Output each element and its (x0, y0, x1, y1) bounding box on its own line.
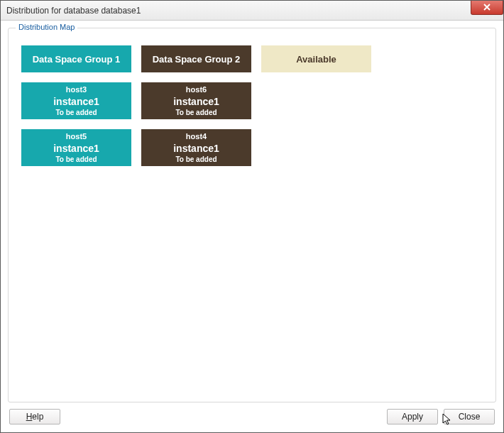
distribution-grid: Data Space Group 1 Data Space Group 2 Av… (17, 41, 487, 170)
instance-name: instance1 (53, 95, 99, 108)
dialog-window: Distribution for database database1 Dist… (0, 0, 504, 433)
instance-tile[interactable]: host3 instance1 To be added (21, 82, 131, 119)
column-label: Data Space Group 2 (153, 54, 241, 65)
instance-host: host3 (66, 84, 87, 94)
close-button[interactable]: Close (444, 409, 495, 424)
groupbox-label: Distribution Map (16, 23, 77, 31)
button-label: Apply (402, 412, 423, 422)
instance-host: host4 (186, 131, 207, 141)
column-header-group2[interactable]: Data Space Group 2 (141, 45, 251, 72)
instance-status: To be added (175, 108, 217, 117)
instance-status: To be added (55, 155, 97, 164)
instance-name: instance1 (173, 95, 219, 108)
instance-tile[interactable]: host4 instance1 To be added (141, 129, 251, 166)
instance-status: To be added (55, 108, 97, 117)
column-header-available[interactable]: Available (261, 45, 371, 72)
instance-status: To be added (175, 155, 217, 164)
empty-cell (261, 129, 371, 166)
close-icon (483, 3, 491, 13)
apply-button[interactable]: Apply (387, 409, 438, 424)
instance-name: instance1 (173, 142, 219, 155)
window-close-button[interactable] (471, 1, 503, 15)
instance-tile[interactable]: host5 instance1 To be added (21, 129, 131, 166)
instance-tile[interactable]: host6 instance1 To be added (141, 82, 251, 119)
titlebar: Distribution for database database1 (1, 1, 503, 21)
button-row: Help Apply Close (8, 402, 496, 427)
column-header-group1[interactable]: Data Space Group 1 (21, 45, 131, 72)
column-label: Data Space Group 1 (33, 54, 121, 65)
window-title: Distribution for database database1 (6, 6, 141, 16)
column-label: Available (296, 54, 336, 65)
button-label: Close (459, 412, 481, 422)
instance-name: instance1 (53, 142, 99, 155)
button-label: Help (26, 412, 44, 422)
right-button-group: Apply Close (387, 409, 495, 424)
empty-cell (261, 82, 371, 119)
instance-host: host5 (66, 131, 87, 141)
distribution-map-group: Distribution Map Data Space Group 1 Data… (8, 28, 496, 402)
help-button[interactable]: Help (9, 409, 60, 424)
content-area: Distribution Map Data Space Group 1 Data… (1, 21, 503, 432)
instance-host: host6 (186, 84, 207, 94)
